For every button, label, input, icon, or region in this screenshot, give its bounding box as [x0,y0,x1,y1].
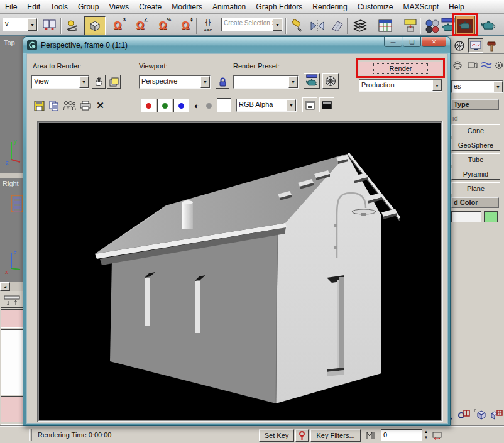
snaps-toggle-button[interactable] [84,16,106,35]
menu-views[interactable]: Views [104,1,134,13]
rendered-frame-window-icon[interactable] [455,16,475,36]
edit-region-button[interactable] [92,75,106,89]
alpha-channel-button[interactable] [204,99,214,112]
button-plane[interactable]: Plane [451,182,500,194]
menu-maxscript[interactable]: MAXScript [398,1,444,13]
render-production-icon[interactable] [479,16,498,35]
channel-blue-button[interactable] [173,99,189,112]
chevron-down-icon[interactable]: ▼ [493,81,503,92]
zoom-extents-all-icon[interactable] [489,407,504,422]
menu-edit[interactable]: Edit [22,1,45,13]
chevron-down-icon[interactable]: ▼ [200,76,210,88]
menu-create[interactable]: Create [134,1,167,13]
chevron-down-icon[interactable]: ▼ [288,76,298,88]
key-filters-button[interactable]: Key Filters... [310,429,361,442]
edit-named-selection-sets-icon[interactable]: {} ABC [199,16,217,35]
minimize-button[interactable]: — [384,37,402,47]
viewport-right[interactable]: Right z x [0,178,25,282]
material-editor-icon[interactable] [422,16,441,35]
geometry-icon[interactable] [451,58,464,73]
chevron-down-icon[interactable]: ▼ [79,76,89,88]
percent-snap-toggle-icon[interactable]: Ω % [153,16,172,35]
horizontal-scrollbar[interactable]: ◄ [0,282,25,291]
chevron-down-icon[interactable]: ▼ [273,18,282,31]
button-cone[interactable]: Cone [451,124,500,136]
close-button[interactable]: ✕ [422,37,446,47]
frame-spinner[interactable]: ▲ ▼ [422,429,430,441]
align-icon[interactable] [328,16,347,35]
clear-image-button[interactable]: ✕ [94,99,107,112]
menu-rendering[interactable]: Rendering [307,1,352,13]
zoom-extents-icon[interactable] [473,407,488,422]
chevron-down-icon[interactable]: ▼ [287,99,296,111]
render-mode-dropdown[interactable]: Production ▼ [359,79,442,92]
systems-icon[interactable] [493,58,504,73]
mirror-icon[interactable] [308,16,327,35]
viewport-divider[interactable] [0,173,25,178]
lock-viewport-button[interactable] [216,75,229,89]
time-configuration-icon[interactable] [431,430,442,441]
menu-group[interactable]: Group [73,1,104,13]
layers-dialog-button[interactable] [302,97,317,112]
button-tube[interactable]: Tube [451,153,500,165]
spinner-down-icon[interactable]: ▼ [424,435,428,439]
set-keys-toggle-button[interactable] [295,429,309,442]
set-key-button[interactable]: Set Key [259,429,294,442]
category-dropdown[interactable]: es ▼ [451,80,503,93]
render-button[interactable]: Render [359,62,442,75]
object-color-swatch[interactable] [484,211,498,222]
render-preset-dropdown[interactable]: ---------------------- ▼ [233,75,299,89]
autogrid-checkbox-label[interactable]: id [452,114,458,122]
toggle-ui-button[interactable] [319,97,334,112]
menu-file[interactable]: File [0,1,22,13]
background-color-swatch[interactable] [217,98,231,112]
menu-modifiers[interactable]: Modifiers [167,1,207,13]
rollout-name-color[interactable]: d Color [451,197,499,208]
viewport-right-label[interactable]: Right [3,180,19,187]
auto-region-button[interactable] [107,75,121,89]
angle-snap-toggle-icon[interactable]: Ω ∠ [131,16,150,35]
maxscript-listener-pink[interactable] [1,396,24,422]
cameras-icon[interactable] [466,58,479,73]
menu-graph-editors[interactable]: Graph Editors [251,1,307,13]
render-setup-button[interactable] [304,73,320,89]
channel-green-button[interactable] [157,99,172,112]
schematic-view-icon[interactable] [401,16,420,35]
chevron-down-icon[interactable]: ▼ [28,18,37,31]
button-geosphere[interactable]: GeoSphere [451,139,500,151]
copy-image-button[interactable] [47,99,60,112]
window-crossing-toggle-icon[interactable] [40,16,59,35]
spinner-up-icon[interactable]: ▲ [424,430,428,434]
print-image-button[interactable] [79,99,92,112]
object-name-field[interactable] [451,211,481,222]
select-and-manipulate-icon[interactable] [63,16,82,35]
viewport-top-label[interactable]: Top [4,39,15,46]
zoom-all-icon[interactable] [456,407,471,422]
window-title-bar[interactable]: Perspective, frame 0 (1:1) — ❏ ✕ [23,37,450,53]
tab-utilities[interactable] [485,38,500,53]
selection-filter-combo[interactable]: v ▼ [3,18,38,31]
monochrome-button[interactable]: ◐ [191,99,202,112]
scroll-left-button[interactable]: ◄ [0,282,10,291]
current-frame-field[interactable]: 0 [381,429,422,441]
rollout-object-type[interactable]: Type – [451,99,499,110]
maximize-button[interactable]: ❏ [403,37,421,47]
listener-white-upper[interactable] [1,329,24,395]
tab-motion[interactable] [452,38,467,53]
environment-effects-button[interactable] [322,73,339,89]
menu-customize[interactable]: Customize [353,1,398,13]
render-setup-icon[interactable] [440,16,456,35]
isolate-selection-icon[interactable] [288,16,307,35]
menu-animation[interactable]: Animation [207,1,251,13]
button-pyramid[interactable]: Pyramid [451,168,500,180]
menu-help[interactable]: Help [444,1,469,13]
chevron-down-icon[interactable]: ▼ [432,80,442,91]
clone-window-button[interactable] [62,99,77,112]
curve-editor-icon[interactable] [376,16,395,35]
named-selection-set-combo[interactable]: Create Selection Set ▼ [221,18,283,31]
menu-tools[interactable]: Tools [45,1,73,13]
space-warps-icon[interactable] [479,58,493,73]
layer-manager-icon[interactable] [351,16,370,35]
channel-red-button[interactable] [141,99,156,112]
viewport-top[interactable]: Top y z [0,36,25,173]
